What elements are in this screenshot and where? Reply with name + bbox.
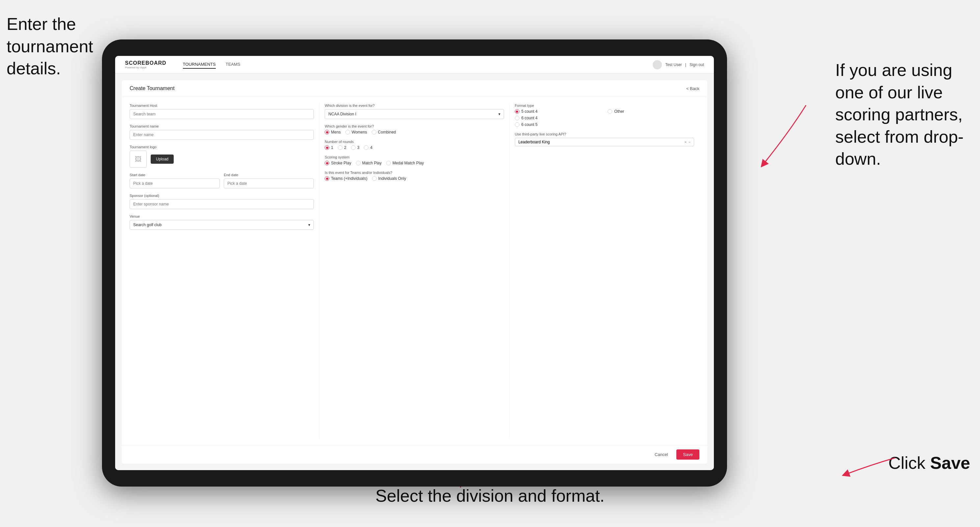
scoring-medal-radio[interactable] [386,161,391,165]
nav-teams[interactable]: TEAMS [226,60,240,69]
rounds-1-radio[interactable] [325,145,329,150]
close-icon[interactable]: × [684,140,687,144]
rounds-radio-group: 1 2 3 [325,145,504,150]
upload-button[interactable]: Upload [151,154,174,164]
venue-select[interactable]: Search golf club ▾ [130,220,314,230]
individuals-radio[interactable] [372,176,377,181]
scoring-field-group: Scoring system Stroke Play Match Play [325,155,504,165]
scoring-stroke-radio[interactable] [325,161,329,165]
start-date-field: Start date [130,173,220,188]
user-separator: | [685,62,686,67]
division-chevron-icon: ▾ [498,112,500,116]
format-other[interactable]: Other [608,109,694,114]
teams-radio-group: Teams (+Individuals) Individuals Only [325,176,504,181]
user-name: Test User [665,62,682,67]
division-select[interactable]: NCAA Division I ▾ [325,109,504,119]
teams-teams[interactable]: Teams (+Individuals) [325,176,367,181]
gender-radio-group: Mens Womens Combined [325,130,504,135]
teams-label: Is this event for Teams and/or Individua… [325,171,504,175]
sponsor-input[interactable] [130,199,314,209]
division-label: Which division is the event for? [325,103,504,108]
rounds-label: Number of rounds [325,140,504,144]
scoring-stroke[interactable]: Stroke Play [325,161,351,165]
scoring-label: Scoring system [325,155,504,159]
format-6count4-label: 6 count 4 [522,116,538,120]
cancel-button[interactable]: Cancel [649,449,673,460]
tablet-shell: SCOREBOARD Powered by clippit TOURNAMENT… [102,40,727,487]
end-date-input[interactable] [224,178,314,188]
format-6count5-label: 6 count 5 [522,122,538,127]
sponsor-label: Sponsor (optional) [130,194,314,198]
teams-radio[interactable] [325,176,329,181]
rounds-field-group: Number of rounds 1 2 [325,140,504,150]
page-content: Create Tournament < Back Tournament Host… [115,74,714,470]
division-value: NCAA Division I [328,112,356,116]
scoring-match[interactable]: Match Play [356,161,382,165]
gender-combined[interactable]: Combined [372,130,396,135]
gender-combined-radio[interactable] [372,130,376,135]
form-container: Create Tournament < Back Tournament Host… [122,80,707,464]
venue-field-group: Venue Search golf club ▾ [130,214,314,230]
format-6count5-radio[interactable] [515,122,519,127]
format-label: Format type [515,103,694,108]
form-col-2: Which division is the event for? NCAA Di… [320,103,509,438]
gender-combined-label: Combined [378,130,396,135]
scoring-medal-match[interactable]: Medal Match Play [386,161,424,165]
teams-individuals[interactable]: Individuals Only [372,176,406,181]
tablet-screen: SCOREBOARD Powered by clippit TOURNAMENT… [115,56,714,470]
scoring-match-radio[interactable] [356,161,361,165]
third-party-close[interactable]: × ÷ [684,140,690,144]
brand-title: SCOREBOARD [125,60,167,66]
rounds-3-radio[interactable] [351,145,356,150]
format-6count4[interactable]: 6 count 4 [515,116,601,120]
scoring-match-label: Match Play [362,161,382,165]
format-5count4[interactable]: 5 count 4 [515,109,601,114]
end-date-label: End date [224,173,314,177]
rounds-1-label: 1 [331,145,333,150]
rounds-4[interactable]: 4 [364,145,372,150]
host-label: Tournament Host [130,103,314,108]
arrow-top-right [724,98,822,181]
gender-mens-label: Mens [331,130,340,135]
annotation-bottom-right: Click Save [888,452,970,475]
format-other-radio[interactable] [608,109,612,114]
rounds-2-radio[interactable] [338,145,342,150]
form-title: Create Tournament [130,86,175,91]
format-6count4-radio[interactable] [515,116,519,120]
rounds-4-radio[interactable] [364,145,368,150]
form-body: Tournament Host Tournament name Tourname… [122,97,707,445]
third-party-field-group: Use third-party live scoring API? Leader… [515,132,694,146]
format-5count4-radio[interactable] [515,109,519,114]
third-party-input[interactable]: Leaderboard King × ÷ [515,138,694,146]
logo-label: Tournament logo [130,145,314,149]
gender-label: Which gender is the event for? [325,124,504,128]
signout-link[interactable]: Sign out [689,62,704,67]
scoring-medal-label: Medal Match Play [393,161,424,165]
third-party-value: Leaderboard King [519,140,550,144]
rounds-1[interactable]: 1 [325,145,333,150]
venue-placeholder: Search golf club [133,222,162,227]
gender-mens-radio[interactable] [325,130,329,135]
format-field-group: Format type 5 count 4 Other [515,103,694,127]
save-button[interactable]: Save [676,449,699,460]
nav-tournaments[interactable]: TOURNAMENTS [183,60,216,69]
venue-label: Venue [130,214,314,218]
gender-womens[interactable]: Womens [345,130,367,135]
division-field-group: Which division is the event for? NCAA Di… [325,103,504,119]
host-input[interactable] [130,109,314,119]
rounds-2[interactable]: 2 [338,145,347,150]
gender-mens[interactable]: Mens [325,130,340,135]
format-6count5[interactable]: 6 count 5 [515,122,601,127]
gender-womens-radio[interactable] [345,130,350,135]
back-button[interactable]: < Back [686,86,699,91]
end-date-field: End date [224,173,314,188]
divider-icon: ÷ [689,140,690,144]
annotation-top-right: If you are using one of our live scoring… [835,59,974,170]
name-label: Tournament name [130,124,314,128]
rounds-3[interactable]: 3 [351,145,360,150]
name-input[interactable] [130,130,314,140]
navbar: SCOREBOARD Powered by clippit TOURNAMENT… [115,56,714,74]
format-other-label: Other [614,109,624,114]
scoring-radio-group: Stroke Play Match Play Medal Match Play [325,161,504,165]
start-date-input[interactable] [130,178,220,188]
